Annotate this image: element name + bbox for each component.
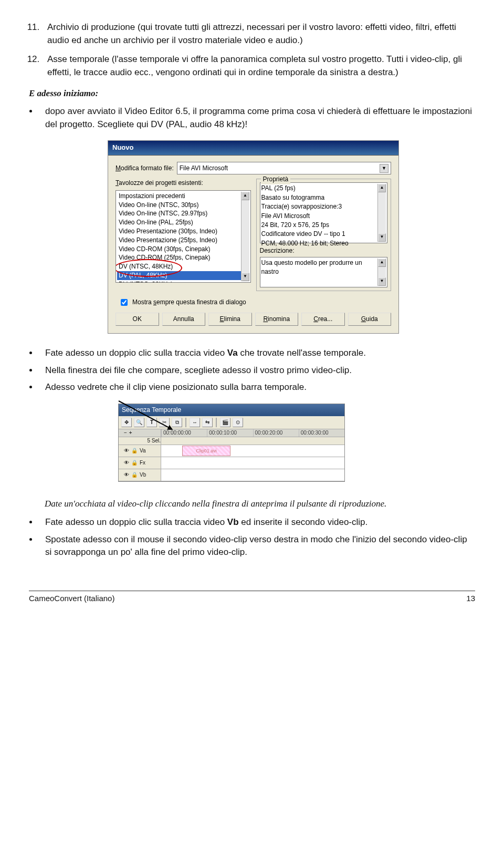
bullets-2: Fate adesso un doppio clic sulla traccia…	[29, 347, 475, 394]
eye-icon[interactable]: 👁	[124, 447, 129, 455]
clip-block[interactable]: Clip01.avi	[182, 446, 230, 456]
always-show-checkbox-row: Mostra sempre questa finestra di dialogo	[119, 297, 391, 307]
dialog-new: Nuovo Modifica formato file: File AVI Mi…	[108, 140, 399, 334]
bullet-3-0: Fate adesso un doppio clic sulla traccia…	[38, 516, 475, 529]
prop-row: 24 Bit, 720 x 576, 25 fps	[261, 221, 378, 230]
prop-row: File AVI Microsoft	[261, 212, 378, 221]
format-label: Modifica formato file:	[116, 164, 174, 173]
template-item[interactable]: DV (NTSC, 48KHz)	[117, 262, 241, 271]
description-text: Usa questo modello per produrre un nastr…	[261, 259, 378, 277]
eye-icon[interactable]: 👁	[124, 459, 129, 467]
properties-box: PAL (25 fps) Basato su fotogramma Tracci…	[260, 182, 388, 243]
separator	[216, 418, 217, 427]
lock-icon[interactable]: 🔒	[131, 447, 138, 455]
properties-group-label: Proprietà	[261, 175, 291, 184]
format-row: Modifica formato file: File AVI Microsof…	[116, 162, 391, 174]
num-text-11: Archivio di produzione (qui trovate tutt…	[47, 22, 456, 45]
tool-button[interactable]: ↔	[190, 418, 200, 427]
tool-button[interactable]: ⊙	[233, 418, 243, 427]
scrollbar[interactable]: ▲ ▼	[377, 184, 386, 242]
timeline-window: Sequenza Temporale ✥ 🔍 T ✂ ⧉ ↔ ⇆ 🎬 ⊙ −+ …	[118, 404, 345, 482]
track-va[interactable]: 👁🔒 Va Clip01.avi	[119, 445, 344, 457]
italic-note: Date un'occhiata al video-clip cliccando…	[29, 498, 475, 511]
dropdown-arrow-icon[interactable]: ▼	[380, 164, 388, 173]
ruler-button[interactable]: +	[129, 429, 132, 437]
help-button[interactable]: Guida	[348, 313, 392, 326]
template-item-selected[interactable]: DV (PAL, 48KHz)	[117, 271, 241, 280]
templates-listbox[interactable]: Impostazioni precedenti Video On-line (N…	[116, 190, 251, 283]
track-label: Vb	[140, 471, 146, 479]
scroll-down-icon[interactable]: ▼	[378, 233, 386, 242]
time-tick: 00:00:10:00	[207, 429, 253, 437]
scrollbar[interactable]: ▲ ▼	[241, 192, 249, 281]
templates-label: Tavolozze dei progetti esistenti:	[116, 179, 251, 188]
dialog-title-bar: Nuovo	[108, 141, 398, 156]
scroll-up-icon[interactable]: ▲	[378, 259, 386, 267]
template-item[interactable]: Video On-line (NTSC, 29.97fps)	[117, 209, 241, 218]
track-fx[interactable]: 👁🔒 Fx	[119, 457, 344, 469]
track-label: Fx	[140, 459, 145, 467]
section-heading: E adesso iniziamo:	[29, 87, 475, 100]
sel-label: 5 Sel.	[147, 437, 161, 445]
time-tick: 00:00:00:00	[161, 429, 207, 437]
cancel-button[interactable]: Annulla	[162, 313, 206, 326]
bullet-2-2: Adesso vedrete che il clip viene posizio…	[38, 381, 475, 394]
separator	[185, 418, 186, 427]
lock-icon[interactable]: 🔒	[131, 459, 138, 467]
template-item[interactable]: Video CD-ROM (25fps, Cinepak)	[117, 253, 241, 262]
tool-button[interactable]: ⧉	[172, 418, 182, 427]
ok-button[interactable]: OK	[116, 313, 159, 326]
bullet-2-0: Fate adesso un doppio clic sulla traccia…	[38, 347, 475, 360]
track-label: Va	[140, 447, 146, 455]
numbered-list: Archivio di produzione (qui trovate tutt…	[29, 21, 475, 79]
time-tick: 00:00:30:00	[299, 429, 344, 437]
time-tick: 00:00:20:00	[253, 429, 299, 437]
page-footer: CameoConvert (Italiano) 13	[29, 591, 475, 604]
template-item[interactable]: Video Presentazione (25fps, Indeo)	[117, 236, 241, 245]
rename-button[interactable]: Rinomina	[255, 313, 299, 326]
timeline-title: Sequenza Temporale	[119, 404, 344, 416]
checkbox-label: Mostra sempre questa finestra di dialogo	[132, 298, 246, 307]
format-dropdown[interactable]: File AVI Microsoft ▼	[177, 162, 391, 174]
scroll-down-icon[interactable]: ▼	[378, 277, 386, 286]
bullet-1-0-text: dopo aver avviato il Video Editor 6.5, i…	[45, 106, 472, 129]
template-item[interactable]: Video On-line (PAL, 25fps)	[117, 218, 241, 227]
footer-right: 13	[466, 593, 475, 604]
ruler-button[interactable]: −	[124, 429, 127, 437]
prop-row: Basato su fotogramma	[261, 193, 378, 202]
lock-icon[interactable]: 🔒	[131, 471, 138, 479]
scroll-up-icon[interactable]: ▲	[378, 184, 386, 192]
timeline-ruler: −+ 00:00:00:00 00:00:10:00 00:00:20:00 0…	[119, 429, 344, 437]
tool-button[interactable]: ✥	[121, 418, 132, 427]
eye-icon[interactable]: 👁	[124, 471, 129, 479]
numbered-item-11: Archivio di produzione (qui trovate tutt…	[42, 21, 475, 47]
scroll-down-icon[interactable]: ▼	[242, 273, 249, 281]
tool-button[interactable]: ⇆	[202, 418, 213, 427]
template-item[interactable]: Impostazioni precedenti	[117, 192, 241, 201]
prop-row: Traccia(e) sovrapposizione:3	[261, 202, 378, 211]
delete-button[interactable]: Elimina	[208, 313, 252, 326]
numbered-item-12: Asse temporale (l'asse temporale vi offr…	[42, 53, 475, 79]
scrollbar[interactable]: ▲ ▼	[377, 259, 386, 286]
template-item[interactable]: Video On-line (NTSC, 30fps)	[117, 201, 241, 210]
format-value: File AVI Microsoft	[180, 164, 228, 173]
create-button[interactable]: Crea...	[301, 313, 345, 326]
template-item[interactable]: DV (NTSC, 32KHz)	[117, 280, 241, 283]
template-item[interactable]: Video Presentazione (30fps, Indeo)	[117, 227, 241, 236]
bullets-3: Fate adesso un doppio clic sulla traccia…	[29, 516, 475, 559]
num-text-12: Asse temporale (l'asse temporale vi offr…	[47, 54, 462, 77]
properties-group: Proprietà PAL (25 fps) Basato su fotogra…	[256, 179, 392, 291]
tool-button[interactable]: 🔍	[134, 418, 144, 427]
bullet-1-0: dopo aver avviato il Video Editor 6.5, i…	[38, 105, 475, 131]
bullet-3-1: Spostate adesso con il mouse il secondo …	[38, 533, 475, 559]
bullet-2-1: Nella finestra dei file che compare, sce…	[38, 364, 475, 377]
timeline-selrow: 5 Sel.	[119, 437, 344, 445]
template-item[interactable]: Video CD-ROM (30fps, Cinepak)	[117, 245, 241, 254]
dialog-button-row: OK Annulla Elimina Rinomina Crea... Guid…	[116, 313, 391, 326]
prop-row: Codificatore video DV -- tipo 1	[261, 230, 378, 239]
tool-button[interactable]: 🎬	[220, 418, 230, 427]
scroll-up-icon[interactable]: ▲	[242, 192, 249, 200]
track-vb[interactable]: 👁🔒 Vb	[119, 469, 344, 481]
description-box: Usa questo modello per produrre un nastr…	[260, 257, 388, 287]
always-show-checkbox[interactable]	[121, 299, 128, 306]
